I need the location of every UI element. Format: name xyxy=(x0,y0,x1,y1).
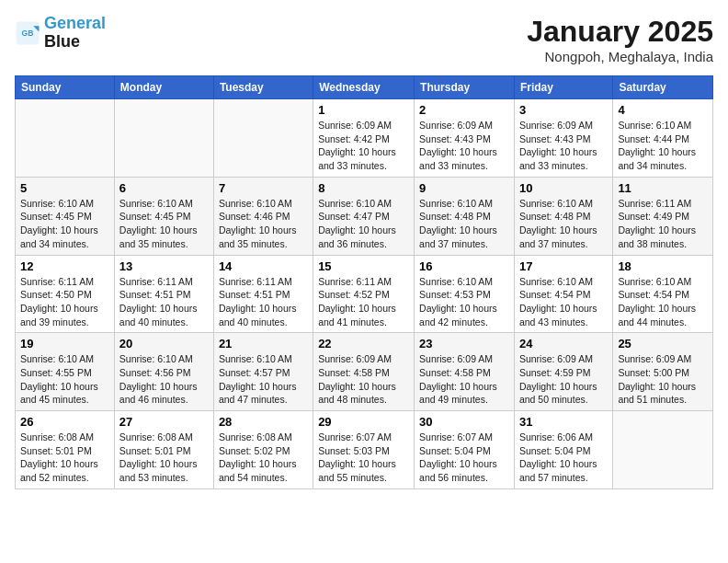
calendar-cell: 26Sunrise: 6:08 AM Sunset: 5:01 PM Dayli… xyxy=(16,411,115,489)
day-number: 27 xyxy=(119,415,209,429)
day-info: Sunrise: 6:11 AM Sunset: 4:52 PM Dayligh… xyxy=(318,275,409,329)
day-number: 30 xyxy=(419,415,509,429)
calendar-cell: 11Sunrise: 6:11 AM Sunset: 4:49 PM Dayli… xyxy=(613,177,713,255)
calendar-cell: 28Sunrise: 6:08 AM Sunset: 5:02 PM Dayli… xyxy=(213,411,313,489)
calendar-cell: 18Sunrise: 6:10 AM Sunset: 4:54 PM Dayli… xyxy=(613,255,713,333)
day-number: 6 xyxy=(119,181,209,195)
day-info: Sunrise: 6:06 AM Sunset: 5:04 PM Dayligh… xyxy=(519,431,608,485)
calendar-cell: 5Sunrise: 6:10 AM Sunset: 4:45 PM Daylig… xyxy=(16,177,115,255)
day-info: Sunrise: 6:11 AM Sunset: 4:51 PM Dayligh… xyxy=(119,275,209,329)
calendar-cell: 27Sunrise: 6:08 AM Sunset: 5:01 PM Dayli… xyxy=(114,411,213,489)
day-info: Sunrise: 6:09 AM Sunset: 4:43 PM Dayligh… xyxy=(519,119,608,173)
calendar-cell: 2Sunrise: 6:09 AM Sunset: 4:43 PM Daylig… xyxy=(415,99,515,178)
calendar-table: SundayMondayTuesdayWednesdayThursdayFrid… xyxy=(15,75,713,489)
day-number: 5 xyxy=(20,181,109,195)
calendar-cell: 14Sunrise: 6:11 AM Sunset: 4:51 PM Dayli… xyxy=(213,255,313,333)
weekday-header-saturday: Saturday xyxy=(613,76,713,99)
weekday-header-thursday: Thursday xyxy=(415,76,515,99)
day-number: 22 xyxy=(318,337,409,350)
day-info: Sunrise: 6:08 AM Sunset: 5:01 PM Dayligh… xyxy=(119,431,209,485)
day-number: 23 xyxy=(419,337,509,350)
weekday-header-sunday: Sunday xyxy=(16,76,115,99)
day-info: Sunrise: 6:10 AM Sunset: 4:55 PM Dayligh… xyxy=(20,352,109,407)
day-number: 31 xyxy=(519,415,608,429)
weekday-header-friday: Friday xyxy=(514,76,612,99)
day-number: 24 xyxy=(519,337,608,350)
calendar-cell: 1Sunrise: 6:09 AM Sunset: 4:42 PM Daylig… xyxy=(313,99,415,178)
calendar-cell: 21Sunrise: 6:10 AM Sunset: 4:57 PM Dayli… xyxy=(213,333,313,411)
day-info: Sunrise: 6:10 AM Sunset: 4:54 PM Dayligh… xyxy=(519,275,608,329)
day-number: 15 xyxy=(318,259,409,273)
day-number: 12 xyxy=(20,259,109,273)
day-info: Sunrise: 6:10 AM Sunset: 4:45 PM Dayligh… xyxy=(20,197,109,251)
calendar-cell: 13Sunrise: 6:11 AM Sunset: 4:51 PM Dayli… xyxy=(114,255,213,333)
day-info: Sunrise: 6:11 AM Sunset: 4:50 PM Dayligh… xyxy=(20,275,109,329)
calendar-cell: 9Sunrise: 6:10 AM Sunset: 4:48 PM Daylig… xyxy=(415,177,515,255)
day-info: Sunrise: 6:09 AM Sunset: 4:58 PM Dayligh… xyxy=(318,352,409,407)
calendar-cell: 3Sunrise: 6:09 AM Sunset: 4:43 PM Daylig… xyxy=(514,99,612,178)
logo-icon: GB xyxy=(15,20,40,46)
day-number: 9 xyxy=(419,181,509,195)
calendar-cell: 22Sunrise: 6:09 AM Sunset: 4:58 PM Dayli… xyxy=(313,333,415,411)
calendar-cell: 8Sunrise: 6:10 AM Sunset: 4:47 PM Daylig… xyxy=(313,177,415,255)
calendar-cell: 24Sunrise: 6:09 AM Sunset: 4:59 PM Dayli… xyxy=(514,333,612,411)
day-info: Sunrise: 6:10 AM Sunset: 4:56 PM Dayligh… xyxy=(119,352,209,407)
day-number: 21 xyxy=(219,337,308,350)
day-number: 8 xyxy=(318,181,409,195)
day-info: Sunrise: 6:11 AM Sunset: 4:51 PM Dayligh… xyxy=(219,275,308,329)
day-info: Sunrise: 6:10 AM Sunset: 4:48 PM Dayligh… xyxy=(419,197,509,251)
day-info: Sunrise: 6:09 AM Sunset: 5:00 PM Dayligh… xyxy=(618,352,708,407)
day-number: 17 xyxy=(519,259,608,273)
calendar-cell: 17Sunrise: 6:10 AM Sunset: 4:54 PM Dayli… xyxy=(514,255,612,333)
calendar-cell: 25Sunrise: 6:09 AM Sunset: 5:00 PM Dayli… xyxy=(613,333,713,411)
month-title: January 2025 xyxy=(527,15,713,49)
day-info: Sunrise: 6:07 AM Sunset: 5:03 PM Dayligh… xyxy=(318,431,409,485)
calendar-cell xyxy=(16,99,115,178)
calendar-cell xyxy=(114,99,213,178)
calendar-cell: 16Sunrise: 6:10 AM Sunset: 4:53 PM Dayli… xyxy=(415,255,515,333)
day-info: Sunrise: 6:11 AM Sunset: 4:49 PM Dayligh… xyxy=(618,197,708,251)
title-block: January 2025 Nongpoh, Meghalaya, India xyxy=(527,15,713,64)
day-info: Sunrise: 6:10 AM Sunset: 4:45 PM Dayligh… xyxy=(119,197,209,251)
calendar-cell: 31Sunrise: 6:06 AM Sunset: 5:04 PM Dayli… xyxy=(514,411,612,489)
day-number: 4 xyxy=(618,103,708,117)
day-info: Sunrise: 6:08 AM Sunset: 5:02 PM Dayligh… xyxy=(219,431,308,485)
day-info: Sunrise: 6:09 AM Sunset: 4:43 PM Dayligh… xyxy=(419,119,509,173)
day-info: Sunrise: 6:10 AM Sunset: 4:47 PM Dayligh… xyxy=(318,197,409,251)
day-number: 2 xyxy=(419,103,509,117)
calendar-cell: 12Sunrise: 6:11 AM Sunset: 4:50 PM Dayli… xyxy=(16,255,115,333)
day-number: 1 xyxy=(318,103,409,117)
day-number: 7 xyxy=(219,181,308,195)
day-info: Sunrise: 6:10 AM Sunset: 4:57 PM Dayligh… xyxy=(219,352,308,407)
day-number: 19 xyxy=(20,337,109,350)
calendar-cell: 30Sunrise: 6:07 AM Sunset: 5:04 PM Dayli… xyxy=(415,411,515,489)
calendar-cell: 6Sunrise: 6:10 AM Sunset: 4:45 PM Daylig… xyxy=(114,177,213,255)
calendar-cell xyxy=(613,411,713,489)
calendar-cell: 20Sunrise: 6:10 AM Sunset: 4:56 PM Dayli… xyxy=(114,333,213,411)
day-number: 28 xyxy=(219,415,308,429)
day-info: Sunrise: 6:09 AM Sunset: 4:58 PM Dayligh… xyxy=(419,352,509,407)
day-number: 3 xyxy=(519,103,608,117)
calendar-cell: 10Sunrise: 6:10 AM Sunset: 4:48 PM Dayli… xyxy=(514,177,612,255)
day-info: Sunrise: 6:10 AM Sunset: 4:48 PM Dayligh… xyxy=(519,197,608,251)
weekday-header-tuesday: Tuesday xyxy=(213,76,313,99)
page-header: GB GeneralBlue January 2025 Nongpoh, Meg… xyxy=(15,15,713,64)
day-info: Sunrise: 6:08 AM Sunset: 5:01 PM Dayligh… xyxy=(20,431,109,485)
calendar-cell: 7Sunrise: 6:10 AM Sunset: 4:46 PM Daylig… xyxy=(213,177,313,255)
day-number: 25 xyxy=(618,337,708,350)
day-number: 20 xyxy=(119,337,209,350)
svg-text:GB: GB xyxy=(22,29,34,38)
day-info: Sunrise: 6:09 AM Sunset: 4:42 PM Dayligh… xyxy=(318,119,409,173)
logo: GB GeneralBlue xyxy=(15,15,106,52)
day-number: 16 xyxy=(419,259,509,273)
location-subtitle: Nongpoh, Meghalaya, India xyxy=(527,49,713,64)
day-info: Sunrise: 6:10 AM Sunset: 4:46 PM Dayligh… xyxy=(219,197,308,251)
day-number: 10 xyxy=(519,181,608,195)
day-info: Sunrise: 6:10 AM Sunset: 4:54 PM Dayligh… xyxy=(618,275,708,329)
day-number: 18 xyxy=(618,259,708,273)
day-info: Sunrise: 6:10 AM Sunset: 4:44 PM Dayligh… xyxy=(618,119,708,173)
day-number: 26 xyxy=(20,415,109,429)
calendar-cell: 29Sunrise: 6:07 AM Sunset: 5:03 PM Dayli… xyxy=(313,411,415,489)
day-info: Sunrise: 6:10 AM Sunset: 4:53 PM Dayligh… xyxy=(419,275,509,329)
weekday-header-monday: Monday xyxy=(114,76,213,99)
